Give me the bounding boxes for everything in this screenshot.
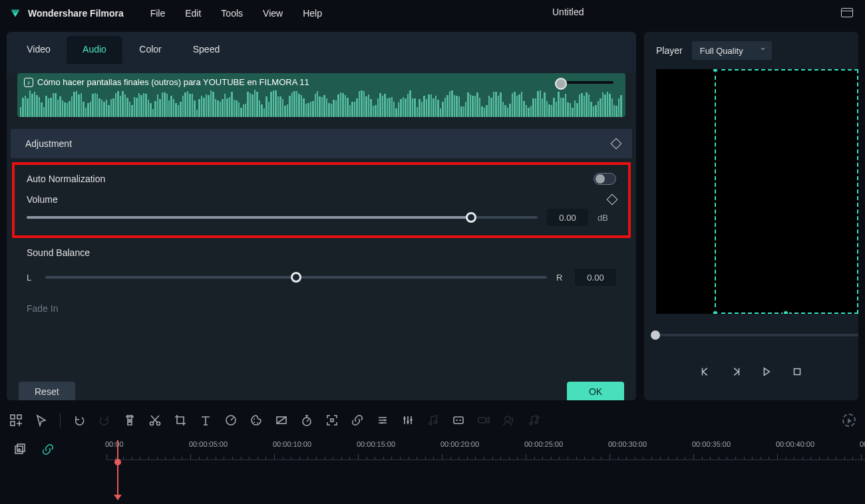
clip-title: Cómo hacer pantallas finales (outros) pa… bbox=[37, 77, 309, 87]
layout-toggle-icon[interactable] bbox=[841, 8, 853, 17]
player-panel: Player Full Quality bbox=[644, 32, 858, 400]
timeline-toolbar bbox=[0, 404, 865, 436]
music-icon[interactable] bbox=[427, 414, 440, 427]
svg-point-5 bbox=[157, 422, 160, 426]
svg-point-4 bbox=[150, 422, 154, 426]
svg-point-20 bbox=[434, 421, 437, 424]
volume-keyframe-icon[interactable] bbox=[607, 194, 618, 205]
track-link-icon[interactable] bbox=[41, 443, 55, 456]
subtitle-icon[interactable] bbox=[452, 414, 465, 427]
quality-dropdown[interactable]: Full Quality bbox=[692, 41, 772, 60]
app-logo-icon bbox=[9, 7, 21, 19]
svg-rect-12 bbox=[331, 419, 333, 422]
svg-point-9 bbox=[257, 422, 258, 424]
voiceover-icon[interactable] bbox=[502, 414, 516, 427]
balance-right-label: R bbox=[556, 273, 566, 283]
svg-point-25 bbox=[535, 421, 538, 424]
svg-rect-21 bbox=[454, 417, 463, 424]
step-fwd-icon[interactable] bbox=[730, 366, 742, 378]
timeline[interactable]: 00:0000:00:05:0000:00:10:0000:00:15:0000… bbox=[0, 436, 865, 500]
color-icon[interactable] bbox=[250, 414, 263, 427]
menu-view[interactable]: View bbox=[263, 8, 283, 19]
selection-handle[interactable] bbox=[712, 69, 719, 73]
sound-balance-label: Sound Balance bbox=[27, 247, 616, 258]
app-title: Wondershare Filmora bbox=[28, 8, 124, 19]
time-ruler[interactable]: 00:0000:00:05:0000:00:10:0000:00:15:0000… bbox=[106, 440, 865, 460]
menu-file[interactable]: File bbox=[150, 8, 166, 19]
audio-clip[interactable]: ♪ Cómo hacer pantallas finales (outros) … bbox=[17, 73, 625, 117]
menu-items: File Edit Tools View Help bbox=[150, 8, 322, 19]
svg-rect-16 bbox=[404, 418, 406, 420]
clip-zoom-slider[interactable] bbox=[560, 81, 613, 84]
step-back-icon[interactable] bbox=[699, 366, 711, 378]
text-icon[interactable] bbox=[199, 414, 212, 427]
player-scrubber[interactable] bbox=[653, 334, 858, 336]
volume-value[interactable]: 0.00 bbox=[547, 209, 588, 226]
link-icon[interactable] bbox=[351, 414, 364, 427]
playhead[interactable] bbox=[117, 440, 118, 500]
svg-point-8 bbox=[254, 422, 255, 423]
selection-handle[interactable] bbox=[782, 310, 789, 314]
fit-icon[interactable] bbox=[325, 414, 339, 427]
render-preview-icon[interactable] bbox=[842, 414, 856, 427]
add-track-icon[interactable] bbox=[9, 414, 23, 427]
adjust-icon[interactable] bbox=[376, 414, 389, 427]
beat-icon[interactable] bbox=[528, 414, 541, 427]
reset-button[interactable]: Reset bbox=[19, 382, 75, 400]
auto-normalization-toggle[interactable] bbox=[594, 173, 616, 185]
waveform bbox=[17, 88, 625, 117]
quality-value: Full Quality bbox=[700, 46, 743, 56]
stopwatch-icon[interactable] bbox=[300, 414, 313, 427]
document-title: Untitled bbox=[552, 7, 584, 17]
ok-button[interactable]: OK bbox=[567, 382, 624, 400]
menu-edit[interactable]: Edit bbox=[185, 8, 201, 19]
svg-rect-2 bbox=[17, 415, 21, 419]
player-controls bbox=[644, 366, 858, 378]
svg-rect-1 bbox=[11, 415, 15, 419]
svg-rect-3 bbox=[11, 422, 15, 426]
menu-tools[interactable]: Tools bbox=[221, 8, 243, 19]
speed-icon[interactable] bbox=[224, 414, 238, 427]
section-adjustment-label: Adjustment bbox=[25, 138, 72, 149]
cut-icon[interactable] bbox=[148, 414, 162, 427]
sound-balance-slider[interactable] bbox=[45, 276, 547, 279]
track-add-icon[interactable] bbox=[13, 443, 27, 456]
play-icon[interactable] bbox=[761, 366, 773, 378]
redo-icon[interactable] bbox=[98, 414, 111, 427]
selection-box[interactable] bbox=[715, 69, 858, 314]
properties-panel: Video Audio Color Speed ♪ Cómo hacer pan… bbox=[7, 32, 636, 400]
svg-rect-27 bbox=[17, 444, 25, 451]
undo-icon[interactable] bbox=[73, 414, 86, 427]
volume-slider[interactable] bbox=[27, 216, 538, 219]
svg-point-24 bbox=[530, 422, 532, 425]
transition-icon[interactable] bbox=[275, 414, 288, 427]
tab-speed[interactable]: Speed bbox=[178, 36, 234, 64]
preview-canvas[interactable] bbox=[656, 69, 858, 314]
menubar: Wondershare Filmora File Edit Tools View… bbox=[0, 0, 865, 27]
pointer-icon[interactable] bbox=[35, 414, 48, 427]
crop-icon[interactable] bbox=[174, 414, 187, 427]
auto-normalization-label: Auto Normalization bbox=[27, 174, 105, 184]
keyframe-diamond-icon[interactable] bbox=[611, 138, 622, 150]
svg-point-14 bbox=[384, 420, 386, 422]
equalizer-icon[interactable] bbox=[401, 414, 415, 427]
selection-handle[interactable] bbox=[712, 310, 719, 314]
section-adjustment[interactable]: Adjustment bbox=[11, 129, 632, 158]
stop-icon[interactable] bbox=[791, 366, 803, 378]
menu-help[interactable]: Help bbox=[303, 8, 322, 19]
svg-rect-17 bbox=[407, 421, 409, 423]
tab-audio[interactable]: Audio bbox=[67, 36, 122, 64]
music-note-icon: ♪ bbox=[24, 78, 33, 87]
fade-in-label: Fade In bbox=[7, 286, 636, 314]
volume-unit: dB bbox=[598, 213, 616, 223]
tab-video[interactable]: Video bbox=[11, 36, 67, 64]
svg-point-7 bbox=[254, 418, 255, 420]
highlighted-volume-region: Auto Normalization Volume 0.00 dB bbox=[12, 162, 631, 238]
svg-point-23 bbox=[505, 416, 510, 422]
player-label: Player bbox=[656, 45, 683, 56]
balance-value[interactable]: 0.00 bbox=[575, 269, 616, 286]
svg-rect-22 bbox=[478, 418, 486, 423]
tab-color[interactable]: Color bbox=[122, 36, 178, 64]
camera-icon[interactable] bbox=[477, 414, 490, 427]
delete-icon[interactable] bbox=[123, 414, 136, 427]
